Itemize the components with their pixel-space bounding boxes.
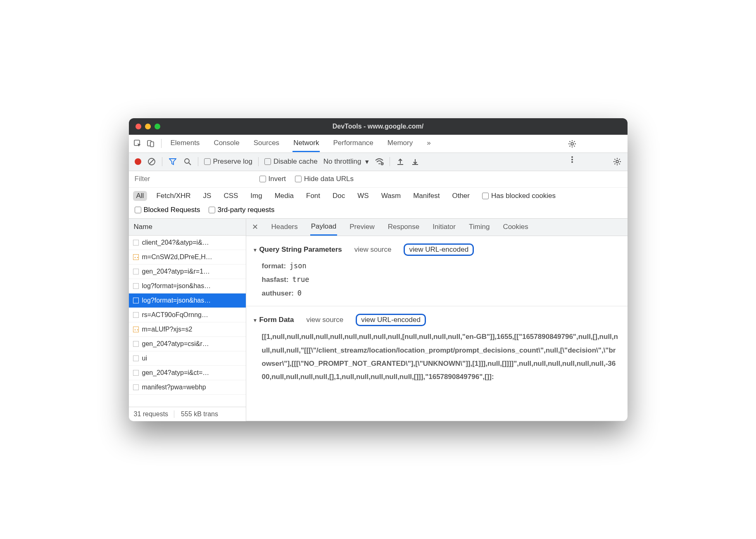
separator bbox=[198, 157, 198, 166]
type-wasm[interactable]: Wasm bbox=[378, 191, 404, 201]
main-tabbar: Elements Console Sources Network Perform… bbox=[129, 135, 628, 153]
type-fetch[interactable]: Fetch/XHR bbox=[153, 191, 194, 201]
form-data-body: [[1,null,null,null,null,null,null,null,n… bbox=[262, 330, 619, 384]
view-url-encoded-link[interactable]: view URL-encoded bbox=[356, 314, 426, 326]
device-icon[interactable] bbox=[146, 139, 155, 148]
param-key: hasfast: bbox=[262, 276, 289, 284]
separator bbox=[161, 139, 162, 148]
type-other[interactable]: Other bbox=[449, 191, 473, 201]
param-value: json bbox=[290, 262, 307, 270]
preserve-log-checkbox[interactable]: Preserve log bbox=[204, 157, 252, 166]
resource-type-row: All Fetch/XHR JS CSS Img Media Font Doc … bbox=[129, 188, 628, 204]
param-value: true bbox=[292, 275, 309, 284]
svg-line-8 bbox=[150, 160, 154, 164]
form-title: Form Data bbox=[259, 316, 294, 324]
type-manifest[interactable]: Manifest bbox=[410, 191, 443, 201]
tab-more[interactable]: » bbox=[426, 135, 431, 152]
close-icon[interactable]: ✕ bbox=[252, 222, 258, 231]
view-url-encoded-link[interactable]: view URL-encoded bbox=[404, 243, 474, 256]
tab-network[interactable]: Network bbox=[292, 135, 320, 152]
request-row[interactable]: gen_204?atyp=i&ct=… bbox=[129, 366, 246, 380]
tab-console[interactable]: Console bbox=[213, 135, 240, 152]
request-row[interactable]: rs=ACT90oFqOrnng… bbox=[129, 308, 246, 322]
throttling-select[interactable]: No throttling ▾ bbox=[323, 157, 369, 166]
dtab-response[interactable]: Response bbox=[387, 219, 421, 235]
request-row[interactable]: m=aLUfP?xjs=s2 bbox=[129, 322, 246, 337]
request-row[interactable]: gen_204?atyp=i&r=1… bbox=[129, 265, 246, 279]
type-img[interactable]: Img bbox=[247, 191, 265, 201]
settings-icon[interactable] bbox=[613, 157, 622, 166]
file-icon bbox=[133, 355, 139, 361]
request-row[interactable]: ui bbox=[129, 351, 246, 366]
filter-icon[interactable] bbox=[168, 157, 177, 166]
request-name: gen_204?atyp=i&ct=… bbox=[142, 369, 209, 377]
type-doc[interactable]: Doc bbox=[329, 191, 348, 201]
qs-section-header[interactable]: ▼Query String Parameters view source vie… bbox=[253, 243, 621, 256]
dtab-payload[interactable]: Payload bbox=[310, 219, 337, 236]
type-media[interactable]: Media bbox=[271, 191, 297, 201]
param-key: authuser: bbox=[262, 289, 294, 297]
file-icon bbox=[133, 269, 139, 274]
tab-sources[interactable]: Sources bbox=[253, 135, 280, 152]
view-source-link[interactable]: view source bbox=[306, 316, 343, 324]
throttling-value: No throttling bbox=[323, 157, 361, 166]
disable-cache-checkbox[interactable]: Disable cache bbox=[264, 157, 318, 166]
svg-point-16 bbox=[134, 257, 136, 258]
main-tabs: Elements Console Sources Network Perform… bbox=[170, 135, 432, 152]
payload-panel: ▼Query String Parameters view source vie… bbox=[246, 236, 628, 421]
file-icon bbox=[133, 240, 139, 246]
gear-icon[interactable] bbox=[568, 140, 577, 148]
clear-icon[interactable] bbox=[147, 157, 156, 166]
view-source-link[interactable]: view source bbox=[354, 246, 392, 254]
kebab-icon[interactable] bbox=[568, 155, 577, 164]
request-row[interactable]: m=CnSW2d,DPreE,H… bbox=[129, 250, 246, 265]
dtab-preview[interactable]: Preview bbox=[349, 219, 375, 235]
svg-point-17 bbox=[137, 257, 138, 258]
file-icon bbox=[133, 283, 139, 289]
window-title: DevTools - www.google.com/ bbox=[129, 123, 628, 130]
inspect-icon[interactable] bbox=[133, 139, 142, 148]
upload-icon[interactable] bbox=[396, 157, 405, 166]
detail-panel: ✕ Headers Payload Preview Response Initi… bbox=[246, 219, 628, 421]
filter-input[interactable] bbox=[135, 175, 250, 183]
third-party-label: 3rd-party requests bbox=[218, 206, 275, 214]
svg-point-3 bbox=[571, 143, 573, 145]
search-icon[interactable] bbox=[183, 157, 192, 166]
request-name: log?format=json&has… bbox=[142, 282, 211, 290]
dtab-initiator[interactable]: Initiator bbox=[432, 219, 456, 235]
file-icon bbox=[133, 370, 139, 376]
type-js[interactable]: JS bbox=[200, 191, 215, 201]
name-column-header[interactable]: Name bbox=[129, 219, 246, 236]
type-font[interactable]: Font bbox=[303, 191, 323, 201]
third-party-checkbox[interactable]: 3rd-party requests bbox=[209, 206, 275, 214]
tab-performance[interactable]: Performance bbox=[332, 135, 374, 152]
blocked-requests-checkbox[interactable]: Blocked Requests bbox=[135, 206, 200, 214]
record-button[interactable] bbox=[135, 158, 141, 165]
qs-title: Query String Parameters bbox=[259, 246, 342, 253]
type-all[interactable]: All bbox=[133, 191, 147, 201]
separator bbox=[162, 157, 162, 166]
request-name: gen_204?atyp=csi&r… bbox=[142, 340, 209, 348]
invert-checkbox[interactable]: Invert bbox=[259, 175, 286, 183]
type-css[interactable]: CSS bbox=[220, 191, 241, 201]
download-icon[interactable] bbox=[411, 157, 420, 166]
form-section-header[interactable]: ▼Form Data view source view URL-encoded bbox=[253, 314, 621, 326]
hide-data-urls-checkbox[interactable]: Hide data URLs bbox=[295, 175, 354, 183]
wifi-icon[interactable] bbox=[375, 157, 384, 166]
request-row[interactable]: gen_204?atyp=csi&r… bbox=[129, 337, 246, 351]
hide-data-urls-label: Hide data URLs bbox=[304, 175, 354, 183]
file-icon bbox=[133, 384, 139, 390]
dtab-headers[interactable]: Headers bbox=[271, 219, 299, 235]
type-ws[interactable]: WS bbox=[354, 191, 372, 201]
request-row[interactable]: manifest?pwa=webhp bbox=[129, 380, 246, 395]
request-row[interactable]: log?format=json&has… bbox=[129, 293, 246, 308]
tab-elements[interactable]: Elements bbox=[170, 135, 201, 152]
request-row[interactable]: log?format=json&has… bbox=[129, 279, 246, 293]
tab-memory[interactable]: Memory bbox=[387, 135, 414, 152]
request-row[interactable]: client_204?&atyp=i&… bbox=[129, 236, 246, 250]
dtab-cookies[interactable]: Cookies bbox=[502, 219, 529, 235]
has-blocked-cookies-checkbox[interactable]: Has blocked cookies bbox=[482, 192, 556, 200]
dtab-timing[interactable]: Timing bbox=[468, 219, 490, 235]
svg-point-11 bbox=[379, 163, 380, 164]
svg-rect-2 bbox=[150, 142, 154, 147]
